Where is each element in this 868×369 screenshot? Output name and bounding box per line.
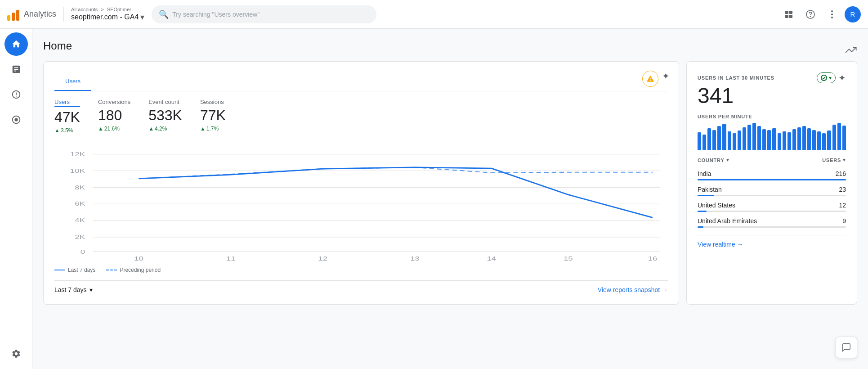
sidebar-item-reports[interactable]: [4, 58, 28, 81]
country-name: United States: [698, 202, 735, 209]
country-column-header[interactable]: COUNTRY ▾: [698, 157, 729, 163]
chevron-down-icon: ▾: [140, 12, 144, 22]
chevron-down-icon-4: ▾: [726, 157, 729, 163]
metric-events-change: ▲ 4.2%: [148, 126, 182, 132]
logo-icon: [7, 8, 19, 21]
country-rows: India 216 Pakistan 23 United States 12 U…: [698, 170, 846, 228]
progress-bar-fill: [698, 226, 703, 228]
chevron-down-icon-3: ▾: [829, 75, 832, 81]
bar-item: [743, 127, 746, 150]
page-title: Home: [43, 40, 72, 52]
sparkle-icon[interactable]: ✦: [662, 71, 670, 87]
logo-bar-3: [16, 10, 19, 21]
country-user-count: 216: [836, 170, 846, 177]
bar-item: [802, 126, 806, 150]
svg-text:2K: 2K: [75, 234, 85, 240]
metric-conversions[interactable]: Conversions 180 ▲ 21.6%: [98, 99, 130, 134]
help-button[interactable]: [801, 5, 819, 23]
chart-svg: 12K 10K 8K 6K 4K 2K 0 10 Jul 11 12 13 14: [54, 144, 668, 261]
view-reports-link[interactable]: View reports snapshot →: [598, 286, 668, 293]
svg-text:6K: 6K: [75, 201, 85, 207]
legend-line-solid: [54, 270, 65, 270]
bar-chart: [698, 123, 846, 150]
search-placeholder: Try searching "Users overview": [172, 11, 260, 18]
svg-text:4K: 4K: [75, 218, 85, 224]
bar-item: [738, 130, 741, 150]
realtime-status-btn[interactable]: ▾: [817, 72, 836, 83]
svg-text:16: 16: [648, 256, 657, 261]
date-selector[interactable]: Last 7 days ▾: [54, 286, 93, 293]
warning-icon-btn[interactable]: [642, 71, 658, 87]
bar-item: [722, 124, 726, 150]
bar-item: [812, 130, 816, 150]
more-button[interactable]: [823, 5, 841, 23]
country-user-count: 12: [839, 202, 846, 209]
logo-area: Analytics: [7, 8, 56, 21]
property-name: seoptimer.com - GA4: [71, 13, 139, 21]
bar-item: [807, 128, 811, 150]
metric-users-value: 47K: [54, 109, 80, 126]
sidebar-item-home[interactable]: [4, 32, 28, 56]
metric-events-label: Event count: [148, 99, 182, 105]
breadcrumb-sub: SEOptimer: [107, 7, 131, 12]
sidebar-item-advertising[interactable]: [4, 108, 28, 131]
bar-item: [762, 129, 766, 150]
legend-preceding: Preceding period: [106, 267, 161, 273]
country-name: Pakistan: [698, 186, 722, 193]
bar-item: [837, 123, 841, 150]
bar-item: [728, 131, 731, 150]
metric-users-label: Users: [54, 99, 80, 107]
sidebar-bottom: [4, 342, 28, 365]
tab-users[interactable]: Users: [54, 72, 91, 91]
sidebar-item-explore[interactable]: [4, 83, 28, 106]
chevron-down-icon-2: ▾: [89, 286, 93, 293]
property-selector[interactable]: seoptimer.com - GA4 ▾: [71, 12, 144, 22]
apps-button[interactable]: [780, 5, 798, 23]
breadcrumb: All accounts > SEOptimer: [71, 7, 144, 12]
list-item: United States 12: [698, 202, 846, 212]
bar-item: [792, 129, 796, 150]
metric-users[interactable]: Users 47K ▲ 3.5%: [54, 99, 80, 134]
country-row-data: United States 12: [698, 202, 846, 209]
search-bar[interactable]: 🔍 Try searching "Users overview": [152, 5, 376, 23]
bar-item: [822, 133, 826, 150]
breadcrumb-area: All accounts > SEOptimer seoptimer.com -…: [71, 7, 144, 22]
app-body: Home Users: [0, 29, 868, 369]
sidebar-item-settings[interactable]: [4, 342, 28, 365]
breadcrumb-all-accounts[interactable]: All accounts: [71, 7, 98, 12]
arrow-up-icon: ▲: [54, 127, 60, 134]
users-column-header[interactable]: USERS ▾: [822, 157, 846, 163]
svg-rect-0: [785, 11, 788, 14]
realtime-header: USERS IN LAST 30 MINUTES ▾ ✦: [698, 72, 846, 83]
list-item: United Arab Emirates 9: [698, 217, 846, 228]
trend-icon[interactable]: [845, 44, 857, 58]
realtime-icons: ▾ ✦: [817, 72, 846, 83]
avatar[interactable]: R: [845, 6, 861, 22]
metric-sessions-value: 77K: [200, 107, 226, 124]
chat-bubble[interactable]: [836, 337, 857, 358]
bar-item: [778, 133, 781, 150]
app-title: Analytics: [24, 9, 56, 19]
svg-rect-2: [785, 15, 788, 18]
list-item: India 216: [698, 170, 846, 180]
metric-events[interactable]: Event count 533K ▲ 4.2%: [148, 99, 182, 134]
sparkle-icon-2[interactable]: ✦: [838, 72, 846, 83]
metric-conversions-label: Conversions: [98, 99, 130, 105]
bar-item: [717, 126, 721, 150]
legend-last7-label: Last 7 days: [68, 267, 95, 273]
country-row-data: Pakistan 23: [698, 186, 846, 193]
metric-sessions[interactable]: Sessions 77K ▲ 1.7%: [200, 99, 226, 134]
view-realtime-link[interactable]: View realtime →: [698, 241, 846, 248]
progress-bar-fill: [698, 195, 714, 196]
metrics-row: Users 47K ▲ 3.5% Conversions 180 ▲ 21.6%: [54, 99, 668, 134]
country-row-data: United Arab Emirates 9: [698, 217, 846, 225]
country-user-count: 23: [839, 186, 846, 193]
svg-text:Jul: Jul: [134, 261, 144, 261]
bar-item: [733, 133, 736, 150]
svg-point-9: [14, 118, 18, 121]
svg-text:0: 0: [81, 249, 85, 255]
arrow-up-icon-4: ▲: [200, 126, 206, 132]
bar-item: [832, 125, 836, 150]
bar-item: [712, 130, 716, 150]
svg-text:14: 14: [487, 256, 496, 261]
